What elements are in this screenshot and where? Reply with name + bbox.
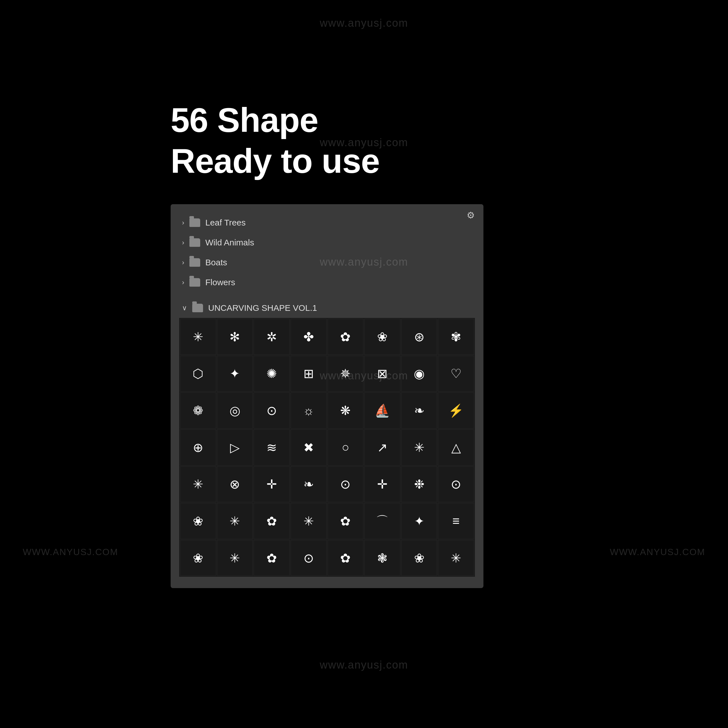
shape-cell-10[interactable]: ✺: [254, 356, 290, 392]
shape-cell-27[interactable]: ✖: [291, 430, 327, 465]
chevron-icon-wild: ›: [182, 239, 184, 246]
shape-cell-46[interactable]: ✦: [401, 503, 437, 539]
shape-cell-28[interactable]: ○: [327, 430, 364, 465]
shape-cell-35[interactable]: ❧: [291, 466, 327, 503]
shape-cell-30[interactable]: ✳: [401, 430, 437, 465]
shape-cell-32[interactable]: ✳: [180, 466, 216, 503]
shape-cell-15[interactable]: ♡: [438, 356, 474, 392]
shape-cell-18[interactable]: ⊙: [254, 392, 290, 428]
shape-cell-53[interactable]: ❃: [364, 540, 401, 576]
shape-cell-26[interactable]: ≋: [254, 430, 290, 465]
folder-item-flowers[interactable]: › Flowers: [176, 272, 478, 292]
shape-cell-20[interactable]: ❋: [327, 392, 364, 428]
shape-cell-44[interactable]: ✿: [327, 503, 364, 539]
chevron-icon-boats: ›: [182, 258, 184, 266]
shape-cell-24[interactable]: ⊕: [180, 430, 216, 465]
shape-cell-45[interactable]: ⌒: [364, 503, 401, 539]
shape-cell-16[interactable]: ❁: [180, 392, 216, 428]
shape-cell-34[interactable]: ✛: [254, 466, 290, 503]
shape-cell-55[interactable]: ✳: [438, 540, 474, 576]
shape-cell-38[interactable]: ❉: [401, 466, 437, 503]
folder-label-flowers: Flowers: [205, 278, 235, 287]
folder-list: › Leaf Trees › Wild Animals › Boats › Fl…: [176, 213, 478, 292]
shape-cell-25[interactable]: ▷: [217, 430, 253, 465]
shapes-section: ∨ UNCARVING SHAPE VOL.1 ✳✻✲✤✿❀⊛✾⬡✦✺⊞✵⊠◉♡…: [176, 298, 478, 577]
folder-item-leaf-trees[interactable]: › Leaf Trees: [176, 213, 478, 232]
folder-item-wild-animals[interactable]: › Wild Animals: [176, 232, 478, 252]
gear-icon[interactable]: ⚙: [466, 210, 475, 221]
shape-cell-36[interactable]: ⊙: [327, 466, 364, 503]
folder-icon-leaf-trees: [190, 219, 200, 227]
shape-cell-52[interactable]: ✿: [327, 540, 364, 576]
folder-icon-boats: [190, 258, 200, 267]
shape-cell-50[interactable]: ✿: [254, 540, 290, 576]
headline: 56 Shape Ready to use: [171, 99, 563, 181]
shape-cell-51[interactable]: ⊙: [291, 540, 327, 576]
shape-cell-21[interactable]: ⛵: [364, 392, 401, 428]
watermark-bottom-right: WWW.ANYUSJ.COM: [610, 547, 705, 557]
shape-cell-3[interactable]: ✤: [291, 319, 327, 355]
watermark-bottom-left: WWW.ANYUSJ.COM: [23, 547, 118, 557]
shape-cell-8[interactable]: ⬡: [180, 356, 216, 392]
shape-cell-5[interactable]: ❀: [364, 319, 401, 355]
shape-cell-1[interactable]: ✻: [217, 319, 253, 355]
shape-cell-0[interactable]: ✳: [180, 319, 216, 355]
open-folder-row[interactable]: ∨ UNCARVING SHAPE VOL.1: [176, 298, 478, 318]
shape-cell-6[interactable]: ⊛: [401, 319, 437, 355]
shape-cell-23[interactable]: ⚡: [438, 392, 474, 428]
shape-cell-31[interactable]: △: [438, 430, 474, 465]
shape-cell-7[interactable]: ✾: [438, 319, 474, 355]
watermark-top: www.anyusj.com: [320, 17, 408, 29]
open-folder-label: UNCARVING SHAPE VOL.1: [208, 303, 317, 313]
chevron-icon-open: ∨: [182, 304, 187, 312]
folder-item-boats[interactable]: › Boats: [176, 252, 478, 272]
folder-label-wild-animals: Wild Animals: [205, 238, 254, 248]
shape-cell-14[interactable]: ◉: [401, 356, 437, 392]
shape-cell-11[interactable]: ⊞: [291, 356, 327, 392]
folder-icon-flowers: [190, 278, 200, 287]
chevron-icon-flowers: ›: [182, 278, 184, 286]
folder-icon-open: [192, 304, 203, 312]
shape-cell-48[interactable]: ❀: [180, 540, 216, 576]
shape-cell-42[interactable]: ✿: [254, 503, 290, 539]
shape-cell-17[interactable]: ◎: [217, 392, 253, 428]
folder-label-leaf-trees: Leaf Trees: [205, 218, 246, 228]
shape-cell-49[interactable]: ✳: [217, 540, 253, 576]
shape-cell-43[interactable]: ✳: [291, 503, 327, 539]
shape-cell-13[interactable]: ⊠: [364, 356, 401, 392]
shapes-panel: ⚙ › Leaf Trees › Wild Animals › Boats ›: [171, 204, 483, 588]
shape-cell-37[interactable]: ✛: [364, 466, 401, 503]
shape-cell-41[interactable]: ✳: [217, 503, 253, 539]
shape-cell-40[interactable]: ❀: [180, 503, 216, 539]
shape-cell-54[interactable]: ❀: [401, 540, 437, 576]
shape-cell-39[interactable]: ⊙: [438, 466, 474, 503]
shape-cell-47[interactable]: ≡: [438, 503, 474, 539]
main-container: 56 Shape Ready to use ⚙ › Leaf Trees › W…: [171, 99, 563, 588]
folder-icon-wild-animals: [190, 238, 200, 247]
shape-cell-12[interactable]: ✵: [327, 356, 364, 392]
shape-cell-9[interactable]: ✦: [217, 356, 253, 392]
shape-cell-22[interactable]: ❧: [401, 392, 437, 428]
chevron-icon: ›: [182, 219, 184, 226]
shape-cell-29[interactable]: ↗: [364, 430, 401, 465]
watermark-bottom: www.anyusj.com: [320, 659, 408, 671]
shape-cell-4[interactable]: ✿: [327, 319, 364, 355]
headline-line1: 56 Shape: [171, 99, 563, 141]
shape-cell-2[interactable]: ✲: [254, 319, 290, 355]
shapes-grid: ✳✻✲✤✿❀⊛✾⬡✦✺⊞✵⊠◉♡❁◎⊙☼❋⛵❧⚡⊕▷≋✖○↗✳△✳⊗✛❧⊙✛❉⊙…: [179, 318, 475, 577]
shape-cell-19[interactable]: ☼: [291, 392, 327, 428]
folder-label-boats: Boats: [205, 258, 227, 267]
headline-line2: Ready to use: [171, 141, 563, 181]
shape-cell-33[interactable]: ⊗: [217, 466, 253, 503]
